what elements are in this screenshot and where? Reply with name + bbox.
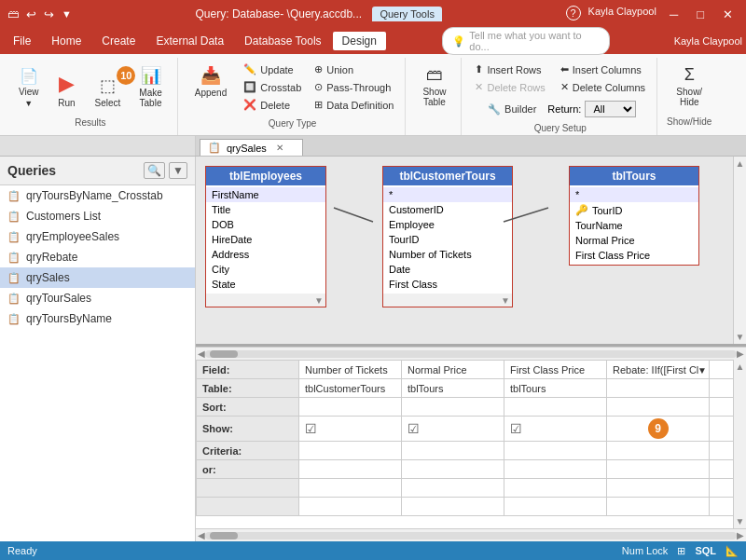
grid-table-2[interactable]: tblTours xyxy=(504,379,607,398)
field-firstclass-ct[interactable]: First Class xyxy=(383,277,512,292)
design-view-icon[interactable]: 📐 xyxy=(725,545,739,557)
menu-design[interactable]: Design xyxy=(333,32,386,50)
field-star-ct[interactable]: * xyxy=(383,187,512,202)
grid-or-2[interactable] xyxy=(504,460,607,479)
grid-show-3[interactable]: 9 xyxy=(607,417,710,442)
grid-hscroll[interactable]: ◀ ▶ xyxy=(196,528,746,541)
field-star-t[interactable]: * xyxy=(570,187,698,202)
grid-empty-2-2[interactable] xyxy=(504,498,607,516)
delete-rows-button[interactable]: ✕ Delete Rows xyxy=(471,79,548,95)
menu-database-tools[interactable]: Database Tools xyxy=(235,32,331,50)
tell-me-input[interactable]: 💡 Tell me what you want to do... xyxy=(442,27,610,55)
append-button[interactable]: 📥 Append xyxy=(187,61,234,102)
grid-or-1[interactable] xyxy=(402,460,504,479)
grid-view-icon[interactable]: ⊞ xyxy=(677,545,685,557)
grid-field-3[interactable]: Rebate: IIf([First Cl ▼ xyxy=(607,361,710,379)
field-tourname[interactable]: TourName xyxy=(570,218,698,233)
grid-field-empty-1[interactable] xyxy=(710,361,734,379)
field-firstclassprice[interactable]: First Class Price xyxy=(570,248,698,263)
sidebar-search-icon[interactable]: 🔍 xyxy=(144,162,165,179)
diagram-hscroll[interactable]: ◀ ▶ xyxy=(196,347,746,360)
grid-criteria-2[interactable] xyxy=(504,442,607,460)
grid-scroll-up[interactable]: ▲ xyxy=(736,362,745,372)
make-table-button[interactable]: 📊 MakeTable xyxy=(131,61,169,112)
grid-empty-1-1[interactable] xyxy=(402,479,504,498)
grid-criteria-3[interactable] xyxy=(607,442,710,460)
field-date[interactable]: Date xyxy=(383,262,512,277)
sql-view-icon[interactable]: SQL xyxy=(695,545,716,556)
field-dob[interactable]: DOB xyxy=(206,217,325,232)
sidebar-item-3[interactable]: 📋 qryRebate xyxy=(0,247,195,267)
grid-or-3[interactable] xyxy=(607,460,710,479)
grid-show-1[interactable]: ☑ xyxy=(402,417,504,442)
maximize-button[interactable]: □ xyxy=(691,6,710,23)
field-dropdown-icon[interactable]: ▼ xyxy=(698,364,707,375)
field-customerid[interactable]: CustomerID xyxy=(383,202,512,217)
menu-external-data[interactable]: External Data xyxy=(146,32,233,50)
grid-sort-1[interactable] xyxy=(402,398,504,417)
grid-field-2[interactable]: First Class Price xyxy=(504,361,607,379)
grid-empty-0-2[interactable] xyxy=(299,498,402,516)
sidebar-item-customers-list[interactable]: 📋 Customers List xyxy=(0,206,195,226)
grid-empty-4-2[interactable] xyxy=(710,498,734,516)
quick-access-undo[interactable]: ↩ xyxy=(26,7,36,21)
grid-hscroll-left[interactable]: ◀ xyxy=(198,530,205,540)
crosstab-button[interactable]: 🔲 Crosstab xyxy=(240,79,305,95)
grid-field-1[interactable]: Normal Price xyxy=(402,361,504,379)
field-normalprice[interactable]: Normal Price xyxy=(570,233,698,248)
grid-hscroll-track[interactable] xyxy=(205,532,737,540)
grid-show-empty-1[interactable] xyxy=(710,417,734,442)
menu-file[interactable]: File xyxy=(4,32,40,50)
delete-cols-button[interactable]: ✕ Delete Columns xyxy=(557,79,649,95)
table-ct-scroll[interactable]: ▼ xyxy=(501,295,510,306)
query-tab-qrysales[interactable]: 📋 qrySales ✕ xyxy=(200,139,303,156)
grid-scroll-down[interactable]: ▼ xyxy=(736,516,745,526)
menu-create[interactable]: Create xyxy=(92,32,145,50)
grid-hscroll-right[interactable]: ▶ xyxy=(737,530,744,540)
field-employee[interactable]: Employee xyxy=(383,217,512,232)
field-tourid-t[interactable]: 🔑 TourID xyxy=(570,202,698,218)
grid-empty-1-2[interactable] xyxy=(402,498,504,516)
grid-or-0[interactable] xyxy=(299,460,402,479)
field-title[interactable]: Title xyxy=(206,202,325,217)
quick-access-redo[interactable]: ↪ xyxy=(44,7,54,21)
grid-vscroll[interactable]: ▲ ▼ xyxy=(733,360,746,528)
grid-table-0[interactable]: tblCustomerTours xyxy=(299,379,402,398)
grid-table-1[interactable]: tblTours xyxy=(402,379,504,398)
grid-field-0[interactable]: Number of Tickets xyxy=(299,361,402,379)
grid-table-empty-1[interactable] xyxy=(710,379,734,398)
quick-access-more[interactable]: ▼ xyxy=(62,8,72,20)
grid-or-empty-1[interactable] xyxy=(710,460,734,479)
show-hide-button[interactable]: Σ Show/Hide xyxy=(669,61,710,111)
insert-cols-button[interactable]: ⬅ Insert Columns xyxy=(557,61,649,77)
hscroll-track[interactable] xyxy=(205,350,737,358)
grid-criteria-empty-1[interactable] xyxy=(710,442,734,460)
hscroll-right-icon[interactable]: ▶ xyxy=(737,348,744,359)
data-definition-button[interactable]: ⊞ Data Definition xyxy=(311,97,397,113)
sidebar-item-2[interactable]: 📋 qryEmployeeSales xyxy=(0,226,195,247)
grid-table-3[interactable] xyxy=(607,379,710,398)
help-icon[interactable]: ? xyxy=(566,6,581,20)
scroll-up-icon[interactable]: ▲ xyxy=(736,158,745,169)
grid-sort-0[interactable] xyxy=(299,398,402,417)
diagram-area[interactable]: tblEmployees FirstName Title DOB HireDat… xyxy=(196,157,746,347)
return-select[interactable]: All 5 25 xyxy=(585,101,636,117)
minimize-button[interactable]: ─ xyxy=(664,6,684,23)
pass-through-button[interactable]: ⊙ Pass-Through xyxy=(311,79,397,95)
query-tab-close[interactable]: ✕ xyxy=(276,143,283,153)
grid-empty-0-1[interactable] xyxy=(299,479,402,498)
update-button[interactable]: ✏️ Update xyxy=(240,61,305,77)
grid-sort-2[interactable] xyxy=(504,398,607,417)
hscroll-left-icon[interactable]: ◀ xyxy=(198,348,205,359)
sidebar-item-0[interactable]: 📋 qryToursByName_Crosstab xyxy=(0,185,195,206)
sidebar-item-qrysales[interactable]: 📋 qrySales xyxy=(0,267,195,288)
grid-empty-2-1[interactable] xyxy=(504,479,607,498)
diagram-vscroll[interactable]: ▲ ▼ xyxy=(733,157,746,344)
sidebar-item-6[interactable]: 📋 qryToursByName xyxy=(0,308,195,329)
close-button[interactable]: ✕ xyxy=(717,6,739,23)
grid-show-2[interactable]: ☑ xyxy=(504,417,607,442)
field-hiredate[interactable]: HireDate xyxy=(206,232,325,247)
grid-empty-3-2[interactable] xyxy=(607,498,710,516)
grid-sort-3[interactable] xyxy=(607,398,710,417)
field-state[interactable]: State xyxy=(206,277,325,292)
